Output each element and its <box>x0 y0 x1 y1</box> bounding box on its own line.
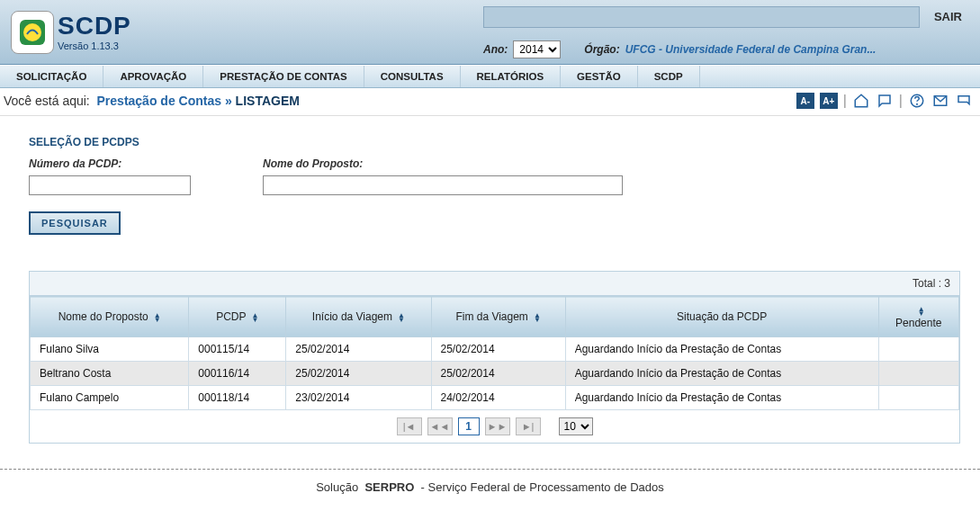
pager-next-button[interactable]: ►► <box>485 417 510 435</box>
table-row[interactable]: Fulano Campelo 000118/14 23/02/2014 24/0… <box>31 386 959 410</box>
divider <box>0 469 980 470</box>
menu-relatorios[interactable]: RELATÓRIOS <box>461 66 562 87</box>
menu-prestacao[interactable]: PRESTAÇÃO DE CONTAS <box>203 66 364 87</box>
breadcrumb: Você está aqui: Prestação de Contas » LI… <box>4 94 300 108</box>
total-value: 3 <box>944 277 950 290</box>
col-pendente[interactable]: ▲▼Pendente <box>878 297 958 337</box>
main-menu: SOLICITAÇÃO APROVAÇÃO PRESTAÇÃO DE CONTA… <box>0 65 980 88</box>
font-decrease-button[interactable]: A- <box>796 93 814 109</box>
content: SELEÇÃO DE PCDPS Número da PCDP: Nome do… <box>0 116 980 453</box>
logo-area: SCDP Versão 1.13.3 <box>11 11 131 54</box>
col-inicio[interactable]: Início da Viagem▲▼ <box>286 297 431 337</box>
orgao-link[interactable]: UFCG - Universidade Federal de Campina G… <box>625 43 877 56</box>
logout-link[interactable]: SAIR <box>927 6 969 28</box>
header-bar: SCDP Versão 1.13.3 SAIR Ano: 2014 Órgão:… <box>0 0 980 65</box>
menu-consultas[interactable]: CONSULTAS <box>364 66 461 87</box>
app-version: Versão 1.13.3 <box>58 40 131 51</box>
sort-icon: ▲▼ <box>534 313 541 322</box>
breadcrumb-current: LISTAGEM <box>236 94 300 108</box>
breadcrumb-prefix: Você está aqui: <box>4 94 90 108</box>
search-button[interactable]: PESQUISAR <box>29 211 121 235</box>
toolbar-icons: A- A+ | | <box>796 92 973 110</box>
table-row[interactable]: Beltrano Costa 000116/14 25/02/2014 25/0… <box>31 362 959 386</box>
toolbar-divider: | <box>899 93 903 109</box>
col-nome[interactable]: Nome do Proposto▲▼ <box>31 297 189 337</box>
menu-solicitacao[interactable]: SOLICITAÇÃO <box>0 66 103 87</box>
breadcrumb-link[interactable]: Prestação de Contas <box>97 94 222 108</box>
menu-scdp[interactable]: SCDP <box>638 66 700 87</box>
nome-input[interactable] <box>263 175 623 195</box>
pager-page[interactable]: 1 <box>458 417 480 435</box>
breadcrumb-sep-icon: » <box>225 94 236 108</box>
pager-prev-button[interactable]: ◄◄ <box>427 417 453 435</box>
col-pcdp[interactable]: PCDP▲▼ <box>189 297 286 337</box>
pager-last-button[interactable]: ►| <box>516 417 541 435</box>
results-table-wrap: Total : 3 Nome do Proposto▲▼ PCDP▲▼ Iníc… <box>29 271 960 444</box>
table-row[interactable]: Fulano Silva 000115/14 25/02/2014 25/02/… <box>31 337 959 362</box>
ano-label: Ano: <box>483 43 508 56</box>
menu-aprovacao[interactable]: APROVAÇÃO <box>103 66 203 87</box>
home-icon[interactable] <box>852 92 870 110</box>
col-fim[interactable]: Fim da Viagem▲▼ <box>431 297 565 337</box>
svg-point-1 <box>23 23 41 41</box>
chat-icon[interactable] <box>876 92 894 110</box>
logo-icon <box>11 11 54 54</box>
section-title: SELEÇÃO DE PCDPS <box>29 136 960 148</box>
total-row: Total : 3 <box>30 272 959 296</box>
app-abbrev: SCDP <box>58 13 131 39</box>
ano-select[interactable]: 2014 <box>513 40 561 58</box>
help-icon[interactable] <box>908 92 926 110</box>
menu-gestao[interactable]: GESTÃO <box>561 66 638 87</box>
sort-icon: ▲▼ <box>398 313 405 322</box>
mail-icon[interactable] <box>931 92 949 110</box>
sort-icon: ▲▼ <box>918 307 925 316</box>
total-label: Total : <box>913 277 941 290</box>
sort-icon: ▲▼ <box>154 313 161 322</box>
pager-size-select[interactable]: 10 <box>559 417 593 435</box>
col-situacao[interactable]: Situação da PCDP <box>565 297 878 337</box>
pcdp-input[interactable] <box>29 175 191 195</box>
pager-first-button[interactable]: |◄ <box>397 417 422 435</box>
font-increase-button[interactable]: A+ <box>820 93 838 109</box>
orgao-label: Órgão: <box>584 43 619 56</box>
nome-label: Nome do Proposto: <box>263 157 623 170</box>
pcdp-label: Número da PCDP: <box>29 157 191 170</box>
sort-icon: ▲▼ <box>252 313 259 322</box>
toolbar-divider: | <box>843 93 847 109</box>
svg-point-3 <box>917 103 918 104</box>
footer: Solução SERPRO - Serviço Federal de Proc… <box>0 480 980 503</box>
feedback-icon[interactable] <box>955 92 973 110</box>
pager: |◄ ◄◄ 1 ►► ►| 10 <box>30 410 959 443</box>
header-spacer <box>483 6 920 28</box>
breadcrumb-bar: Você está aqui: Prestação de Contas » LI… <box>0 88 980 116</box>
results-table: Nome do Proposto▲▼ PCDP▲▼ Início da Viag… <box>30 296 959 410</box>
